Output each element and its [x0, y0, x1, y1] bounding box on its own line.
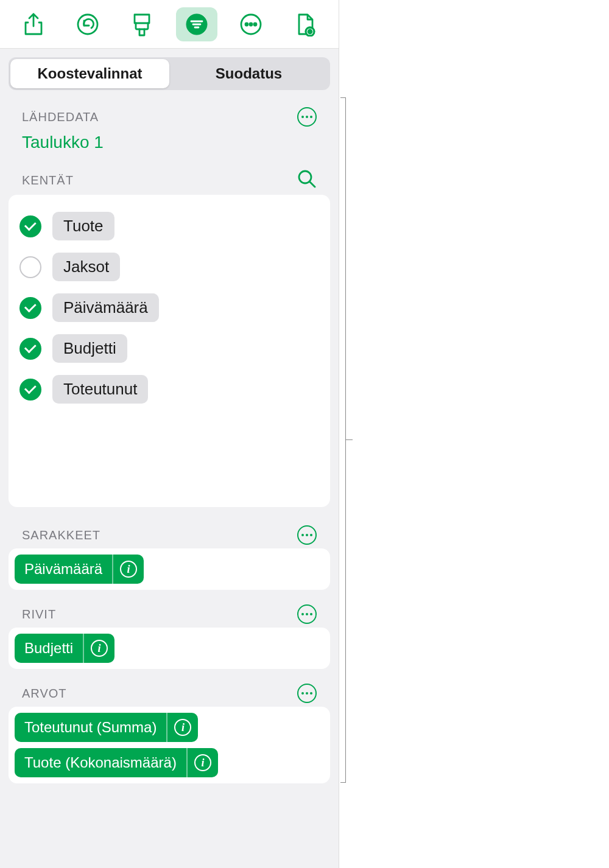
- info-icon: i: [91, 640, 108, 657]
- tab-filter[interactable]: Suodatus: [169, 59, 328, 88]
- columns-header: SARAKKEET: [9, 525, 330, 545]
- organize-button[interactable]: [176, 7, 217, 41]
- values-header: ARVOT: [9, 684, 330, 703]
- info-icon: i: [120, 561, 137, 578]
- values-section: ARVOT Toteutunut (Summa) i Tuote (Kokona…: [9, 684, 330, 783]
- value-chip[interactable]: Toteutunut (Summa) i: [15, 713, 198, 742]
- chip-info-button[interactable]: i: [166, 713, 198, 742]
- field-row: Budjetti: [19, 328, 319, 369]
- source-header: LÄHDEDATA: [9, 107, 330, 127]
- field-pill[interactable]: Tuote: [52, 212, 114, 240]
- columns-label: SARAKKEET: [22, 528, 100, 542]
- tab-pivot-options[interactable]: Koostevalinnat: [10, 59, 169, 88]
- field-pill[interactable]: Toteutunut: [52, 375, 148, 404]
- field-row: Toteutunut: [19, 369, 319, 410]
- svg-point-0: [78, 15, 97, 34]
- field-checkbox[interactable]: [19, 379, 41, 401]
- more-button[interactable]: [230, 7, 272, 41]
- field-checkbox[interactable]: [19, 297, 41, 319]
- field-pill[interactable]: Päivämäärä: [52, 293, 159, 322]
- top-toolbar: [0, 0, 339, 49]
- rows-label: RIVIT: [22, 607, 56, 621]
- values-label: ARVOT: [22, 687, 67, 701]
- callout-tick: [345, 439, 353, 440]
- chip-label: Päivämäärä: [15, 555, 112, 584]
- rows-section: RIVIT Budjetti i: [9, 604, 330, 669]
- undo-button[interactable]: [67, 7, 108, 41]
- fields-header: KENTÄT: [9, 169, 330, 191]
- info-icon: i: [174, 719, 191, 736]
- ellipsis-icon: [301, 692, 312, 695]
- row-chip[interactable]: Budjetti i: [15, 634, 114, 663]
- svg-point-3: [245, 23, 248, 26]
- share-button[interactable]: [13, 7, 54, 41]
- columns-section: SARAKKEET Päivämäärä i: [9, 525, 330, 590]
- field-row: Jaksot: [19, 247, 319, 287]
- ellipsis-icon: [301, 534, 312, 536]
- source-table-name[interactable]: Taulukko 1: [9, 130, 330, 169]
- chip-info-button[interactable]: i: [186, 748, 218, 777]
- tab-bar: Koostevalinnat Suodatus: [9, 57, 330, 90]
- callout-bracket: [345, 97, 346, 783]
- rows-drop-area[interactable]: Budjetti i: [9, 628, 330, 669]
- chip-label: Toteutunut (Summa): [15, 713, 166, 742]
- format-brush-button[interactable]: [121, 7, 163, 41]
- rows-more-button[interactable]: [297, 604, 317, 624]
- panel-content: Koostevalinnat Suodatus LÄHDEDATA Tauluk…: [0, 49, 339, 868]
- source-label: LÄHDEDATA: [22, 110, 99, 124]
- value-chip[interactable]: Tuote (Kokonaismäärä) i: [15, 748, 218, 777]
- svg-point-5: [254, 23, 256, 26]
- pivot-options-panel: Koostevalinnat Suodatus LÄHDEDATA Tauluk…: [0, 0, 339, 868]
- rows-header: RIVIT: [9, 604, 330, 624]
- field-pill[interactable]: Jaksot: [52, 253, 120, 281]
- chip-info-button[interactable]: i: [112, 555, 144, 584]
- field-pill[interactable]: Budjetti: [52, 334, 127, 363]
- fields-label: KENTÄT: [22, 173, 74, 187]
- chip-label: Budjetti: [15, 634, 83, 663]
- svg-point-8: [308, 30, 312, 33]
- fields-search-button[interactable]: [297, 169, 317, 191]
- field-checkbox[interactable]: [19, 256, 41, 278]
- values-more-button[interactable]: [297, 684, 317, 703]
- fields-list: Tuote Jaksot Päivämäärä Budjetti Toteutu…: [9, 195, 330, 507]
- values-drop-area[interactable]: Toteutunut (Summa) i Tuote (Kokonaismäär…: [9, 707, 330, 783]
- columns-drop-area[interactable]: Päivämäärä i: [9, 548, 330, 590]
- field-checkbox[interactable]: [19, 338, 41, 360]
- field-row: Tuote: [19, 206, 319, 247]
- chip-label: Tuote (Kokonaismäärä): [15, 748, 186, 777]
- field-row: Päivämäärä: [19, 287, 319, 328]
- svg-point-4: [250, 23, 252, 26]
- document-view-button[interactable]: [284, 7, 326, 41]
- info-icon: i: [194, 754, 211, 771]
- column-chip[interactable]: Päivämäärä i: [15, 555, 144, 584]
- field-checkbox[interactable]: [19, 215, 41, 237]
- chip-info-button[interactable]: i: [83, 634, 114, 663]
- svg-point-9: [299, 171, 311, 183]
- ellipsis-icon: [301, 116, 312, 118]
- columns-more-button[interactable]: [297, 525, 317, 545]
- source-more-button[interactable]: [297, 107, 317, 127]
- ellipsis-icon: [301, 613, 312, 615]
